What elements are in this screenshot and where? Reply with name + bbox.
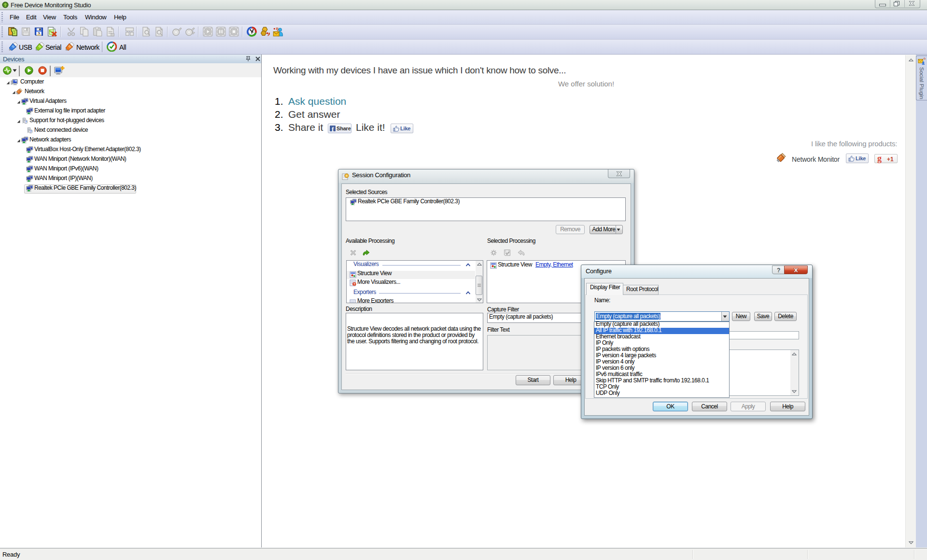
svg-text:?: ? bbox=[29, 130, 31, 133]
svg-text:?: ? bbox=[353, 282, 355, 286]
svg-text:?: ? bbox=[25, 120, 27, 124]
